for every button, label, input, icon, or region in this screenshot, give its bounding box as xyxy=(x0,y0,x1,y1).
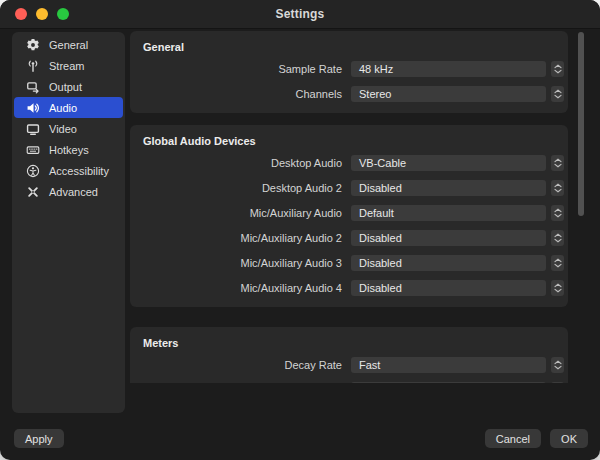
stepper-button[interactable] xyxy=(551,357,564,373)
setting-label: Mic/Auxiliary Audio 3 xyxy=(130,257,351,269)
traffic-lights xyxy=(15,8,69,20)
combobox[interactable]: Fast xyxy=(351,357,546,373)
stepper-arrows-icon xyxy=(554,183,562,193)
stepper-arrows-icon xyxy=(554,360,562,370)
crossed-tools-icon xyxy=(26,185,40,199)
stepper-button[interactable] xyxy=(551,155,564,171)
section-meters: Meters Decay Rate Fast Peak Meter Type S… xyxy=(130,327,568,383)
keyboard-icon xyxy=(26,143,40,157)
setting-row: Desktop Audio VB-Cable xyxy=(130,155,564,171)
speaker-icon xyxy=(26,101,40,115)
stepper-arrows-icon xyxy=(554,258,562,268)
combobox-value: 48 kHz xyxy=(359,63,393,75)
section-title: Global Audio Devices xyxy=(143,135,568,147)
combobox[interactable]: 48 kHz xyxy=(351,61,546,77)
combobox[interactable]: Disabled xyxy=(351,180,546,196)
stepper-arrows-icon xyxy=(554,283,562,293)
display-icon xyxy=(26,122,40,136)
settings-window: Settings General Stream Output Audio Vid… xyxy=(0,0,600,460)
antenna-icon xyxy=(26,59,40,73)
stepper-button[interactable] xyxy=(551,180,564,196)
combobox[interactable]: VB-Cable xyxy=(351,155,546,171)
setting-row: Desktop Audio 2 Disabled xyxy=(130,180,564,196)
setting-row: Mic/Auxiliary Audio 4 Disabled xyxy=(130,280,564,296)
setting-label: Mic/Auxiliary Audio 2 xyxy=(130,232,351,244)
combobox[interactable]: Disabled xyxy=(351,280,546,296)
combobox[interactable]: Default xyxy=(351,205,546,221)
settings-sidebar: General Stream Output Audio Video Hotkey… xyxy=(12,32,125,413)
setting-label: Channels xyxy=(130,88,351,100)
window-title: Settings xyxy=(276,7,325,21)
setting-row: Sample Rate 48 kHz xyxy=(130,61,564,77)
sidebar-item-audio[interactable]: Audio xyxy=(14,97,123,118)
stepper-button[interactable] xyxy=(551,255,564,271)
section-title: Meters xyxy=(143,337,568,349)
sidebar-item-advanced[interactable]: Advanced xyxy=(14,181,123,202)
gear-icon xyxy=(26,38,40,52)
stepper-button[interactable] xyxy=(551,230,564,246)
combobox-value: Disabled xyxy=(359,282,402,294)
setting-label: Mic/Auxiliary Audio 4 xyxy=(130,282,351,294)
setting-row: Mic/Auxiliary Audio 2 Disabled xyxy=(130,230,564,246)
stepper-button[interactable] xyxy=(551,280,564,296)
sidebar-item-hotkeys[interactable]: Hotkeys xyxy=(14,139,123,160)
stepper-button[interactable] xyxy=(551,205,564,221)
ok-button[interactable]: OK xyxy=(550,429,588,448)
titlebar: Settings xyxy=(0,0,600,29)
sidebar-item-stream[interactable]: Stream xyxy=(14,55,123,76)
stepper-button[interactable] xyxy=(551,382,564,383)
combobox-value: VB-Cable xyxy=(359,157,406,169)
setting-label: Decay Rate xyxy=(130,359,351,371)
setting-row: Mic/Auxiliary Audio Default xyxy=(130,205,564,221)
stepper-arrows-icon xyxy=(554,89,562,99)
combobox-value: Default xyxy=(359,207,394,219)
combobox[interactable]: Stereo xyxy=(351,86,546,102)
sidebar-item-general[interactable]: General xyxy=(14,34,123,55)
combobox-value: Stereo xyxy=(359,88,391,100)
combobox-value: Disabled xyxy=(359,232,402,244)
minimize-button[interactable] xyxy=(36,8,48,20)
stepper-arrows-icon xyxy=(554,208,562,218)
stepper-button[interactable] xyxy=(551,86,564,102)
vertical-scrollbar-thumb[interactable] xyxy=(578,32,584,216)
zoom-button[interactable] xyxy=(57,8,69,20)
combobox[interactable]: Disabled xyxy=(351,230,546,246)
setting-row: Decay Rate Fast xyxy=(130,357,564,373)
stepper-arrows-icon xyxy=(554,233,562,243)
sidebar-item-output[interactable]: Output xyxy=(14,76,123,97)
section-title: General xyxy=(143,41,568,53)
apply-button[interactable]: Apply xyxy=(14,429,64,448)
section-general: General Sample Rate 48 kHz Channels Ster… xyxy=(130,31,568,113)
combobox-value: Disabled xyxy=(359,182,402,194)
stepper-button[interactable] xyxy=(551,61,564,77)
setting-row: Channels Stereo xyxy=(130,86,564,102)
combobox-value: Disabled xyxy=(359,257,402,269)
combobox[interactable]: Sample Peak xyxy=(351,382,546,383)
settings-scroll-area: General Sample Rate 48 kHz Channels Ster… xyxy=(130,28,568,383)
section-global-audio-devices: Global Audio Devices Desktop Audio VB-Ca… xyxy=(130,125,568,307)
sidebar-item-video[interactable]: Video xyxy=(14,118,123,139)
setting-label: Desktop Audio xyxy=(130,157,351,169)
setting-label: Sample Rate xyxy=(130,63,351,75)
close-button[interactable] xyxy=(15,8,27,20)
stepper-arrows-icon xyxy=(554,64,562,74)
setting-label: Desktop Audio 2 xyxy=(130,182,351,194)
setting-label: Mic/Auxiliary Audio xyxy=(130,207,351,219)
stepper-arrows-icon xyxy=(554,158,562,168)
setting-row: Mic/Auxiliary Audio 3 Disabled xyxy=(130,255,564,271)
output-icon xyxy=(26,80,40,94)
sidebar-item-accessibility[interactable]: Accessibility xyxy=(14,160,123,181)
cancel-button[interactable]: Cancel xyxy=(485,429,541,448)
combobox[interactable]: Disabled xyxy=(351,255,546,271)
setting-row: Peak Meter Type Sample Peak xyxy=(130,382,564,383)
accessibility-icon xyxy=(26,164,40,178)
combobox-value: Fast xyxy=(359,359,380,371)
